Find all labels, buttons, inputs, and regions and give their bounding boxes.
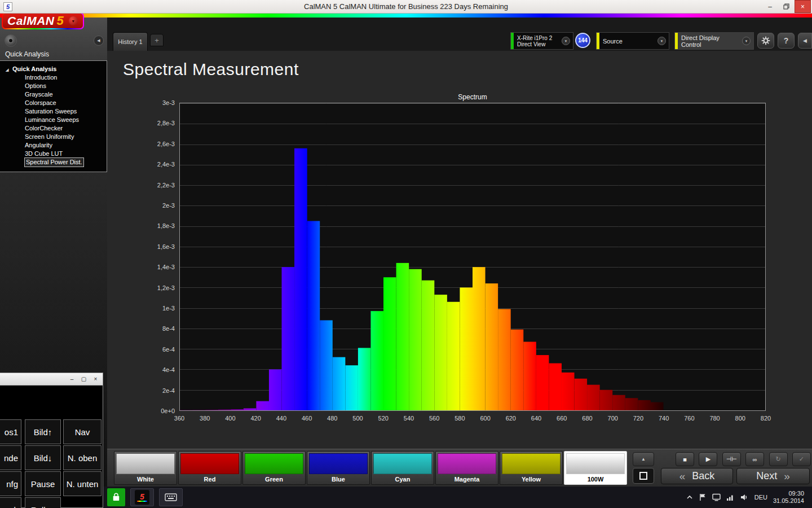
source-dropdown[interactable]: Source ▼ <box>596 32 669 50</box>
continuous-measure-button[interactable]: ∞ <box>745 452 764 466</box>
sidebar-item-spectral-power-dist[interactable]: Spectral Power Dist. <box>0 158 107 167</box>
swatch-magenta[interactable]: Magenta <box>435 451 498 485</box>
swatch-color <box>245 453 303 474</box>
osk-key-nde[interactable]: nde <box>0 445 21 470</box>
osk-restore-button[interactable]: ▢ <box>78 376 90 382</box>
main-content: Spectral Measurement Spectrum 0e+02e-44e… <box>107 51 812 449</box>
swatch-blue[interactable]: Blue <box>307 451 370 485</box>
swatch-label: Yellow <box>502 474 561 484</box>
tab-history-1[interactable]: History 1 <box>113 32 148 51</box>
add-tab-button[interactable]: + <box>150 34 164 46</box>
settings-button[interactable] <box>757 33 774 49</box>
calman-logo-button[interactable]: CalMAN 5 ▼ <box>2 12 84 29</box>
y-tick-label: 4e-4 <box>162 366 175 373</box>
osk-key-bild[interactable]: Bild↑ <box>25 419 61 444</box>
dropdown-arrow-icon[interactable]: ▼ <box>742 37 751 45</box>
sidebar-item-luminance-sweeps[interactable]: Luminance Sweeps <box>0 116 107 124</box>
swatch-label: Green <box>245 474 303 484</box>
sidebar-collapse-button[interactable]: ◀ <box>94 36 104 46</box>
y-tick-label: 1,8e-3 <box>157 222 175 229</box>
step-measure-button[interactable]: ⊣⊢ <box>722 452 741 466</box>
sidebar-item-screen-uniformity[interactable]: Screen Uniformity <box>0 133 107 141</box>
x-tick-label: 520 <box>378 415 389 422</box>
x-tick-label: 760 <box>684 415 694 422</box>
sidebar-item-grayscale[interactable]: Grayscale <box>0 90 107 99</box>
dropdown-arrow-icon[interactable]: ▼ <box>657 37 666 45</box>
sidebar-item-colorspace[interactable]: Colorspace <box>0 99 107 107</box>
network-tray-button[interactable] <box>726 493 735 501</box>
sidebar-item-label: Introduction <box>25 73 57 82</box>
osk-window-controls: – ▢ × <box>66 373 102 385</box>
display-tray-button[interactable] <box>712 493 721 501</box>
osk-minimize-button[interactable]: – <box>66 376 78 382</box>
sidebar-item-3d-cube-lut[interactable]: 3D Cube LUT <box>0 150 107 158</box>
swatch-yellow[interactable]: Yellow <box>500 451 563 485</box>
calman-taskbar-button[interactable]: 5 <box>130 488 154 506</box>
close-button[interactable]: × <box>795 0 811 13</box>
x-tick-label: 360 <box>174 415 184 422</box>
spectrum-canvas <box>180 103 765 410</box>
osk-key-ruck[interactable]: ruck <box>0 497 21 508</box>
sidebar-item-angularity[interactable]: Angularity <box>0 141 107 150</box>
sidebar-item-label: Options <box>25 82 46 90</box>
dropdown-arrow-glyph: ▼ <box>660 40 664 43</box>
sidebar-header: Quick Analysis <box>5 50 49 58</box>
keyboard-taskbar-button[interactable] <box>159 488 183 506</box>
back-button[interactable]: « Back <box>661 468 733 484</box>
swatch-color <box>180 453 239 474</box>
osk-key-nfg[interactable]: nfg <box>0 471 21 496</box>
accept-button[interactable]: ✓ <box>792 452 811 466</box>
osk-key-nav[interactable]: Nav <box>63 419 102 444</box>
osk-key-pause[interactable]: Pause <box>25 471 61 496</box>
meter-dropdown[interactable]: X-Rite i1Pro 2 Direct View ▼ <box>510 32 573 50</box>
tree-expander-icon[interactable]: ◢ <box>6 65 8 74</box>
swatch-cyan[interactable]: Cyan <box>371 451 434 485</box>
osk-row: ruckRollen <box>0 497 103 508</box>
x-axis-labels: 3603804004204404604805005205405605806006… <box>179 415 766 423</box>
step-measure-icon: ⊣⊢ <box>726 456 737 463</box>
osk-titlebar: – ▢ × <box>0 373 103 386</box>
taskbar-apps: 5 <box>107 487 183 508</box>
action-center-button[interactable] <box>699 493 707 501</box>
osk-key-os1[interactable]: os1 <box>0 419 21 444</box>
help-button[interactable]: ? <box>778 33 795 49</box>
swatch-red[interactable]: Red <box>178 451 241 485</box>
osk-close-button[interactable]: × <box>90 376 102 382</box>
monitor-icon <box>712 493 721 501</box>
osk-key-bild[interactable]: Bild↓ <box>25 445 61 470</box>
swatch-color <box>438 453 496 474</box>
volume-tray-button[interactable] <box>740 493 749 501</box>
transport-row: ■▶⊣⊢∞↻✓ <box>676 452 811 466</box>
logo-dropdown-icon[interactable]: ▼ <box>69 16 78 25</box>
osk-key-rollen[interactable]: Rollen <box>25 497 61 508</box>
collapse-right-panel-button[interactable]: ◀ <box>798 33 812 49</box>
osk-key-n-oben[interactable]: N. oben <box>63 445 102 470</box>
stop-icon: ■ <box>683 456 687 463</box>
collapse-panel-button[interactable]: ▲ <box>633 452 654 466</box>
sidebar-item-colorchecker[interactable]: ColorChecker <box>0 124 107 133</box>
minimize-button[interactable]: – <box>762 0 778 13</box>
x-tick-label: 420 <box>250 415 261 422</box>
display-pattern-button[interactable] <box>633 468 654 484</box>
show-hidden-icons-button[interactable] <box>686 494 693 500</box>
windows-store-button[interactable] <box>107 488 125 506</box>
display-control-dropdown[interactable]: Direct Display Control ▼ <box>674 32 754 50</box>
restore-button[interactable] <box>778 0 795 13</box>
swatch-white[interactable]: White <box>114 451 177 485</box>
dropdown-arrow-icon[interactable]: ▼ <box>562 37 570 45</box>
sidebar-item-options[interactable]: Options <box>0 82 107 90</box>
swatch-100w[interactable]: 100W <box>564 451 627 485</box>
language-indicator[interactable]: DEU <box>754 494 767 501</box>
sidebar-item-saturation-sweeps[interactable]: Saturation Sweeps <box>0 107 107 116</box>
play-icon: ▶ <box>706 456 710 463</box>
sidebar-item-introduction[interactable]: Introduction <box>0 73 107 82</box>
swatch-green[interactable]: Green <box>242 451 306 485</box>
refresh-button[interactable]: ↻ <box>769 452 788 466</box>
taskbar-clock[interactable]: 09:30 31.05.2014 <box>773 490 804 505</box>
next-button[interactable]: Next » <box>736 468 810 484</box>
stop-button[interactable]: ■ <box>676 452 694 466</box>
refresh-icon: ↻ <box>775 456 780 463</box>
sidebar-item-quick-analysis[interactable]: ◢Quick Analysis <box>0 65 107 73</box>
osk-key-n-unten[interactable]: N. unten <box>63 471 102 496</box>
play-button[interactable]: ▶ <box>699 452 717 466</box>
